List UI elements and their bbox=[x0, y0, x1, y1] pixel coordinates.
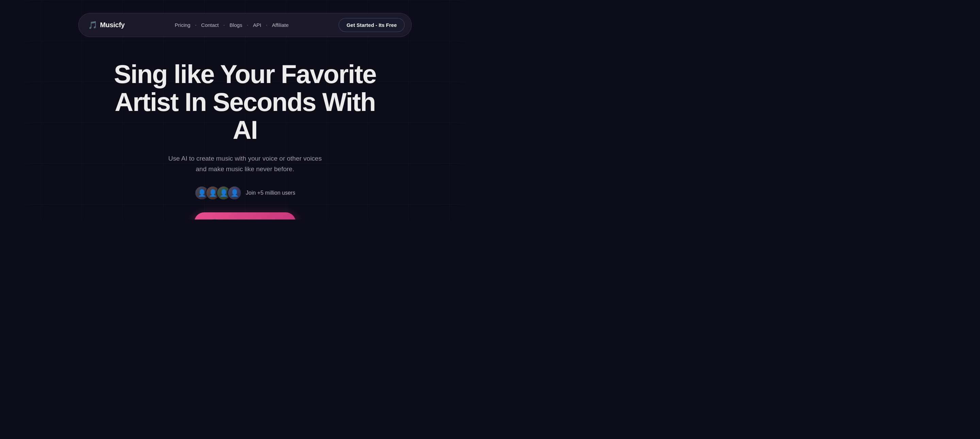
nav-cta-button[interactable]: Get Started - Its Free bbox=[339, 18, 404, 32]
hero-cta-button[interactable]: 🎵 Get Started - Its Free bbox=[194, 212, 295, 220]
avatar-face-4: 👤 bbox=[228, 186, 241, 199]
logo-icon: 🎵 bbox=[88, 21, 97, 30]
nav-dot-1: ● bbox=[195, 24, 196, 26]
hero-section: Sing like Your Favorite Artist In Second… bbox=[0, 37, 490, 220]
nav-link-pricing[interactable]: Pricing bbox=[172, 21, 193, 29]
nav-link-api[interactable]: API bbox=[250, 21, 264, 29]
nav-dot-3: ● bbox=[247, 24, 248, 26]
navbar: 🎵 Musicfy Pricing ● Contact ● Blogs ● AP… bbox=[78, 13, 412, 37]
cta-button-label: Get Started - Its Free bbox=[220, 219, 280, 220]
nav-link-contact[interactable]: Contact bbox=[198, 21, 221, 29]
social-proof: 👤 👤 👤 👤 Join +5 million users bbox=[195, 186, 295, 200]
nav-dot-2: ● bbox=[224, 24, 225, 26]
hero-subtitle-line2: and make music like never before. bbox=[196, 165, 294, 173]
hero-title: Sing like Your Favorite Artist In Second… bbox=[105, 60, 385, 144]
nav-dot-4: ● bbox=[266, 24, 267, 26]
hero-subtitle-line1: Use AI to create music with your voice o… bbox=[169, 155, 322, 162]
hero-title-line2: Artist In Seconds With AI bbox=[115, 87, 375, 144]
logo-text: Musicfy bbox=[100, 21, 124, 29]
nav-links: Pricing ● Contact ● Blogs ● API ● Affili… bbox=[172, 21, 292, 29]
nav-link-affiliate[interactable]: Affiliate bbox=[269, 21, 291, 29]
cta-music-icon: 🎵 bbox=[209, 218, 217, 220]
hero-title-line1: Sing like Your Favorite bbox=[114, 60, 376, 89]
logo[interactable]: 🎵 Musicfy bbox=[88, 21, 124, 30]
nav-link-blogs[interactable]: Blogs bbox=[227, 21, 245, 29]
hero-subtitle: Use AI to create music with your voice o… bbox=[169, 153, 322, 174]
avatar-4: 👤 bbox=[227, 186, 242, 200]
social-proof-text: Join +5 million users bbox=[246, 190, 295, 196]
avatar-group: 👤 👤 👤 👤 bbox=[195, 186, 242, 200]
